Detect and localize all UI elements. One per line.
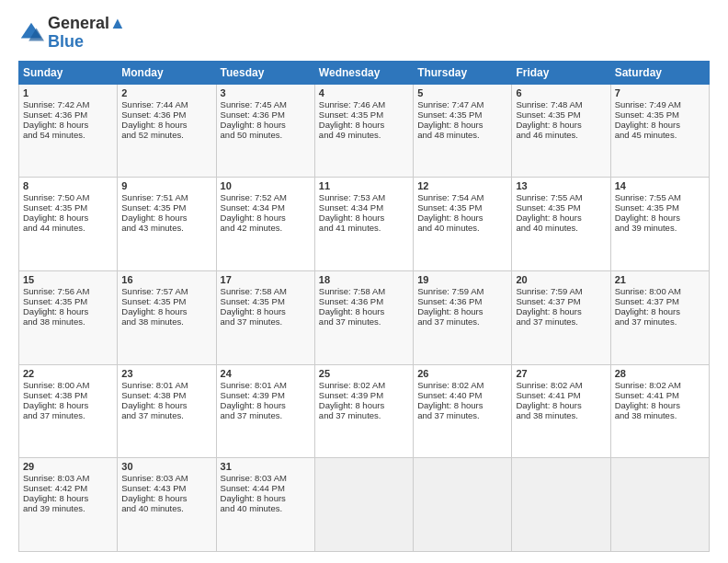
daylight-value: and 39 minutes. [23,503,85,513]
calendar-cell: 1Sunrise: 7:42 AMSunset: 4:36 PMDaylight… [19,84,118,178]
sunrise-text: Sunrise: 7:58 AM [319,286,385,296]
sunset-text: Sunset: 4:34 PM [319,202,383,213]
day-number: 31 [221,461,311,472]
calendar-cell: 8Sunrise: 7:50 AMSunset: 4:35 PMDaylight… [19,178,118,271]
daylight-value: and 43 minutes. [121,223,184,233]
sunrise-text: Sunrise: 7:55 AM [516,192,582,202]
calendar-cell: 6Sunrise: 7:48 AMSunset: 4:35 PMDaylight… [512,84,610,178]
sunrise-text: Sunrise: 8:02 AM [417,380,483,390]
day-number: 28 [615,368,705,379]
daylight-label: Daylight: 8 hours [121,306,187,316]
sunset-text: Sunset: 4:36 PM [417,296,482,306]
daylight-label: Daylight: 8 hours [319,306,384,316]
sunset-text: Sunset: 4:35 PM [516,202,580,213]
sunset-text: Sunset: 4:36 PM [121,109,186,120]
daylight-value: and 37 minutes. [319,410,381,420]
calendar-table: SundayMondayTuesdayWednesdayThursdayFrid… [18,61,710,552]
daylight-value: and 40 minutes. [516,223,578,233]
calendar-cell: 16Sunrise: 7:57 AMSunset: 4:35 PMDayligh… [118,270,216,364]
calendar-week-row: 29Sunrise: 8:03 AMSunset: 4:42 PMDayligh… [19,458,710,552]
day-number: 22 [23,368,113,379]
sunrise-text: Sunrise: 7:51 AM [121,192,188,202]
day-header-monday: Monday [118,61,216,84]
sunset-text: Sunset: 4:35 PM [516,109,580,120]
daylight-label: Daylight: 8 hours [221,120,286,130]
daylight-label: Daylight: 8 hours [221,213,286,223]
logo-line1: General▲ [48,15,126,33]
daylight-label: Daylight: 8 hours [121,493,187,503]
calendar-cell: 13Sunrise: 7:55 AMSunset: 4:35 PMDayligh… [512,178,610,271]
calendar-cell [414,458,512,552]
calendar-cell: 24Sunrise: 8:01 AMSunset: 4:39 PMDayligh… [216,364,314,458]
day-number: 14 [615,180,705,191]
sunrise-text: Sunrise: 7:48 AM [516,99,582,109]
calendar-cell: 27Sunrise: 8:02 AMSunset: 4:41 PMDayligh… [512,364,610,458]
day-number: 10 [221,180,311,191]
daylight-label: Daylight: 8 hours [417,400,483,410]
sunset-text: Sunset: 4:35 PM [615,202,679,213]
daylight-value: and 38 minutes. [516,410,578,420]
day-number: 8 [23,180,113,191]
daylight-value: and 37 minutes. [516,316,578,327]
daylight-value: and 46 minutes. [516,130,578,140]
day-header-wednesday: Wednesday [314,61,413,84]
calendar-cell [512,458,610,552]
day-number: 30 [121,461,211,472]
day-number: 16 [121,274,211,285]
day-number: 15 [23,274,113,285]
daylight-label: Daylight: 8 hours [221,400,286,410]
day-header-sunday: Sunday [19,61,118,84]
sunrise-text: Sunrise: 7:58 AM [221,286,287,296]
sunset-text: Sunset: 4:37 PM [615,296,679,306]
sunrise-text: Sunrise: 7:56 AM [23,286,89,296]
calendar-cell [610,458,709,552]
daylight-value: and 41 minutes. [319,223,381,233]
day-number: 23 [121,368,211,379]
daylight-value: and 38 minutes. [121,316,184,327]
day-number: 12 [417,180,507,191]
daylight-value: and 39 minutes. [615,223,677,233]
calendar-cell: 7Sunrise: 7:49 AMSunset: 4:35 PMDaylight… [610,84,709,178]
sunset-text: Sunset: 4:36 PM [319,296,383,306]
day-number: 13 [516,180,606,191]
daylight-label: Daylight: 8 hours [121,213,187,223]
daylight-value: and 54 minutes. [23,130,85,140]
day-number: 29 [23,461,113,472]
calendar-cell: 4Sunrise: 7:46 AMSunset: 4:35 PMDaylight… [314,84,413,178]
daylight-value: and 50 minutes. [221,130,283,140]
calendar-cell: 12Sunrise: 7:54 AMSunset: 4:35 PMDayligh… [414,178,512,271]
daylight-label: Daylight: 8 hours [516,400,581,410]
calendar-cell: 11Sunrise: 7:53 AMSunset: 4:34 PMDayligh… [314,178,413,271]
sunset-text: Sunset: 4:35 PM [615,109,679,120]
calendar-cell: 17Sunrise: 7:58 AMSunset: 4:35 PMDayligh… [216,270,314,364]
daylight-label: Daylight: 8 hours [23,120,88,130]
sunrise-text: Sunrise: 8:02 AM [319,380,385,390]
day-header-saturday: Saturday [610,61,709,84]
daylight-label: Daylight: 8 hours [319,120,384,130]
sunset-text: Sunset: 4:35 PM [417,202,482,213]
daylight-value: and 49 minutes. [319,130,381,140]
sunset-text: Sunset: 4:35 PM [221,296,285,306]
daylight-label: Daylight: 8 hours [516,306,581,316]
day-number: 26 [417,368,507,379]
calendar-cell: 5Sunrise: 7:47 AMSunset: 4:35 PMDaylight… [414,84,512,178]
sunrise-text: Sunrise: 7:46 AM [319,99,385,109]
sunrise-text: Sunrise: 8:02 AM [516,380,582,390]
day-number: 21 [615,274,705,285]
daylight-label: Daylight: 8 hours [615,400,680,410]
calendar-cell: 30Sunrise: 8:03 AMSunset: 4:43 PMDayligh… [118,458,216,552]
sunrise-text: Sunrise: 7:49 AM [615,99,681,109]
sunset-text: Sunset: 4:35 PM [121,296,186,306]
day-number: 25 [319,368,409,379]
calendar-cell: 10Sunrise: 7:52 AMSunset: 4:34 PMDayligh… [216,178,314,271]
calendar-cell: 18Sunrise: 7:58 AMSunset: 4:36 PMDayligh… [314,270,413,364]
calendar-week-row: 15Sunrise: 7:56 AMSunset: 4:35 PMDayligh… [19,270,710,364]
sunrise-text: Sunrise: 8:02 AM [615,380,681,390]
daylight-value: and 52 minutes. [121,130,184,140]
day-number: 4 [319,87,409,98]
sunset-text: Sunset: 4:41 PM [516,390,580,400]
sunrise-text: Sunrise: 7:50 AM [23,192,89,202]
sunrise-text: Sunrise: 8:01 AM [121,380,188,390]
sunset-text: Sunset: 4:38 PM [23,390,87,400]
daylight-value: and 40 minutes. [121,503,184,513]
